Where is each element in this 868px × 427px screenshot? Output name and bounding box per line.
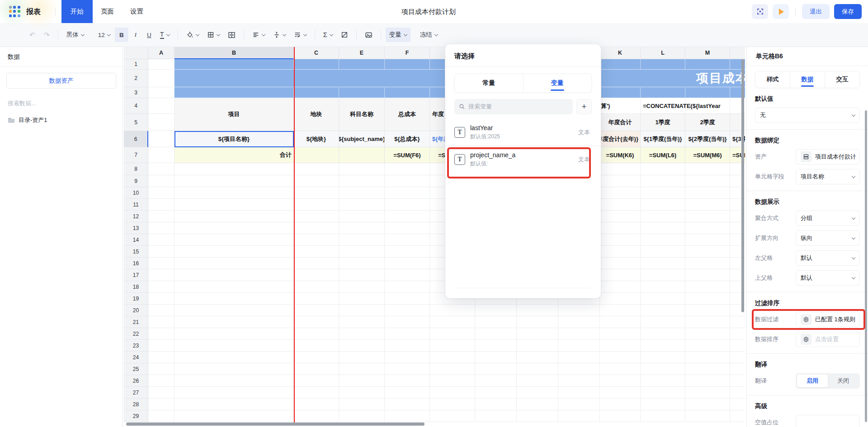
grid-cell[interactable]: [685, 222, 730, 234]
column-header-N[interactable]: N: [730, 47, 745, 59]
preview-button[interactable]: [773, 4, 789, 19]
grid-cell[interactable]: [685, 281, 730, 293]
grid-cell[interactable]: [294, 387, 339, 399]
grid-cell[interactable]: [600, 163, 641, 175]
grid-cell[interactable]: [600, 293, 641, 305]
grid-cell[interactable]: [294, 410, 339, 422]
grid-cell[interactable]: [148, 131, 175, 147]
default-value-select[interactable]: 无: [755, 108, 860, 123]
grid-cell[interactable]: [175, 363, 294, 375]
grid-cell[interactable]: [148, 175, 175, 187]
row-header-22[interactable]: 22: [124, 328, 148, 340]
row-header-15[interactable]: 15: [124, 246, 148, 258]
translate-enable-option[interactable]: 启用: [797, 375, 828, 387]
cell-M5[interactable]: 2季度: [685, 114, 730, 131]
data-sort-setting[interactable]: 点击设置: [796, 332, 860, 347]
grid-cell[interactable]: [558, 410, 600, 422]
grid-cell[interactable]: [175, 352, 294, 363]
setting-select[interactable]: 默认: [796, 270, 860, 286]
grid-cell[interactable]: [385, 199, 430, 211]
grid-cell[interactable]: [385, 59, 430, 70]
grid-cell[interactable]: [339, 269, 385, 281]
grid-cell[interactable]: [517, 352, 558, 363]
grid-cell[interactable]: [294, 258, 339, 269]
grid-cell[interactable]: [385, 305, 430, 316]
setting-select[interactable]: 默认: [796, 250, 860, 266]
grid-cell[interactable]: [148, 399, 175, 410]
grid-cell[interactable]: [339, 187, 385, 199]
grid-cell[interactable]: [730, 387, 745, 399]
save-button[interactable]: 保存: [834, 4, 862, 19]
grid-cell[interactable]: [641, 175, 685, 187]
grid-cell[interactable]: [339, 163, 385, 175]
grid-cell[interactable]: [475, 363, 517, 375]
cell-E6[interactable]: ${subject_name}: [339, 131, 385, 147]
row-header-9[interactable]: 9: [124, 175, 148, 187]
grid-cell[interactable]: [339, 387, 385, 399]
grid-cell[interactable]: [385, 281, 430, 293]
cell-L4[interactable]: =CONCATENATE(${lastYear: [641, 98, 745, 114]
grid-cell[interactable]: [385, 163, 430, 175]
row-header-11[interactable]: 11: [124, 199, 148, 211]
grid-cell[interactable]: [730, 375, 745, 387]
grid-cell[interactable]: [175, 375, 294, 387]
grid-cell[interactable]: [175, 269, 294, 281]
row-header-14[interactable]: 14: [124, 234, 148, 246]
grid-cell[interactable]: [558, 387, 600, 399]
grid-cell[interactable]: [517, 363, 558, 375]
cell-L6[interactable]: ${1季度(当年)}: [641, 131, 685, 147]
grid-cell[interactable]: [385, 316, 430, 328]
row-header-12[interactable]: 12: [124, 211, 148, 222]
grid-cell[interactable]: [148, 163, 175, 175]
grid-cell[interactable]: [294, 305, 339, 316]
grid-cell[interactable]: [385, 269, 430, 281]
column-header-K[interactable]: K: [600, 47, 641, 59]
grid-cell[interactable]: [641, 387, 685, 399]
panel-scrollbar[interactable]: [865, 110, 867, 422]
grid-cell[interactable]: [600, 387, 641, 399]
tab-page[interactable]: 页面: [93, 0, 122, 23]
row-header-20[interactable]: 20: [124, 305, 148, 316]
redo-icon[interactable]: ↷: [40, 28, 53, 42]
grid-cell[interactable]: [685, 246, 730, 258]
grid-cell[interactable]: [175, 340, 294, 352]
grid-cell[interactable]: [517, 399, 558, 410]
asset-select[interactable]: 项目成本付款计: [796, 149, 860, 164]
grid-cell[interactable]: [294, 163, 339, 175]
exit-button[interactable]: 退出: [802, 4, 830, 19]
grid-cell[interactable]: [685, 59, 730, 70]
grid-cell[interactable]: [385, 340, 430, 352]
grid-cell[interactable]: [175, 328, 294, 340]
freeze-button[interactable]: 冻结: [416, 28, 441, 42]
sidebar-search-input[interactable]: 搜索数据...: [8, 99, 115, 108]
vertical-scrollbar[interactable]: [741, 59, 744, 312]
row-header-3[interactable]: 3: [124, 87, 148, 98]
row-header-4[interactable]: 4: [124, 98, 148, 114]
grid-cell[interactable]: [641, 399, 685, 410]
grid-cell[interactable]: [600, 410, 641, 422]
grid-cell[interactable]: [385, 187, 430, 199]
grid-cell[interactable]: [641, 70, 685, 87]
grid-cell[interactable]: [175, 410, 294, 422]
grid-cell[interactable]: [641, 363, 685, 375]
grid-cell[interactable]: [430, 305, 475, 316]
grid-cell[interactable]: [339, 363, 385, 375]
grid-cell[interactable]: [558, 316, 600, 328]
cell-C6[interactable]: ${地块}: [294, 131, 339, 147]
grid-cell[interactable]: [558, 352, 600, 363]
grid-cell[interactable]: [600, 375, 641, 387]
grid-cell[interactable]: [685, 316, 730, 328]
grid-cell[interactable]: [641, 293, 685, 305]
grid-cell[interactable]: [148, 387, 175, 399]
grid-cell[interactable]: [148, 246, 175, 258]
grid-cell[interactable]: [600, 187, 641, 199]
grid-cell[interactable]: [600, 246, 641, 258]
variable-item-project_name_a[interactable]: Tproject_name_a默认值:文本: [445, 146, 601, 173]
fill-color-button[interactable]: [183, 28, 203, 42]
cell-B7[interactable]: 合计: [175, 147, 294, 163]
font-size-select[interactable]: 12: [94, 28, 114, 42]
merge-cells-button[interactable]: [224, 28, 239, 42]
grid-cell[interactable]: [148, 234, 175, 246]
grid-cell[interactable]: [294, 352, 339, 363]
grid-cell[interactable]: [475, 328, 517, 340]
